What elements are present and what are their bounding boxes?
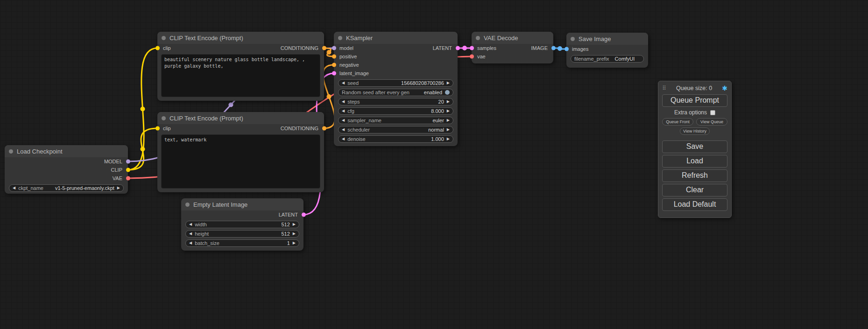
node-title-bar[interactable]: Save Image	[566, 33, 648, 45]
prev-value-icon[interactable]: ◀	[342, 119, 345, 122]
queue-front-button[interactable]: Queue Front	[662, 118, 693, 126]
denoise-widget[interactable]: ◀ denoise 1.000 ▶	[338, 135, 453, 143]
input-label-model: model	[339, 45, 353, 51]
slot-row: VAE	[5, 174, 128, 182]
port-vae-input[interactable]	[470, 55, 474, 59]
node-title-bar[interactable]: Empty Latent Image	[181, 198, 303, 210]
widget-label: seed	[347, 80, 359, 86]
node-title-bar[interactable]: CLIP Text Encode (Prompt)	[157, 32, 324, 44]
port-images-input[interactable]	[565, 47, 569, 51]
steps-widget[interactable]: ◀ steps 20 ▶	[338, 98, 453, 105]
port-positive-input[interactable]	[332, 55, 336, 59]
collapse-dot[interactable]	[162, 36, 166, 40]
port-latent-output[interactable]	[302, 213, 306, 217]
width-widget[interactable]: ◀ width 512 ▶	[185, 221, 299, 228]
seed-widget[interactable]: ◀ seed 156680208700286 ▶	[338, 79, 453, 87]
port-clip-output[interactable]	[126, 168, 130, 172]
port-negative-input[interactable]	[332, 63, 336, 67]
port-clip-input[interactable]	[155, 46, 160, 50]
decrement-icon[interactable]: ◀	[342, 100, 345, 104]
next-value-icon[interactable]: ▶	[447, 119, 450, 122]
node-title-bar[interactable]: VAE Decode	[472, 32, 553, 44]
increment-icon[interactable]: ▶	[293, 232, 296, 236]
next-value-icon[interactable]: ▶	[117, 186, 120, 190]
port-conditioning-output[interactable]	[322, 46, 326, 50]
cfg-widget[interactable]: ◀ cfg 8.000 ▶	[338, 107, 453, 115]
view-history-button[interactable]: View History	[680, 127, 710, 135]
port-model-output[interactable]	[126, 160, 130, 164]
node-title-bar[interactable]: KSampler	[334, 32, 458, 44]
port-clip-input[interactable]	[155, 126, 160, 131]
random-seed-toggle-widget[interactable]: Random seed after every gen enabled	[338, 89, 453, 96]
collapse-dot[interactable]	[338, 36, 342, 40]
ckpt-name-widget[interactable]: ◀ ckpt_name v1-5-pruned-emaonly.ckpt ▶	[9, 184, 124, 192]
node-empty-latent-image[interactable]: Empty Latent Image LATENT ◀ width 512 ▶ …	[181, 198, 303, 251]
extra-options-checkbox[interactable]	[710, 110, 715, 115]
port-latent-image-input[interactable]	[332, 71, 336, 76]
extra-options-label: Extra options	[674, 109, 707, 116]
decrement-icon[interactable]: ◀	[342, 81, 345, 85]
increment-icon[interactable]: ▶	[447, 109, 450, 113]
port-model-input[interactable]	[332, 46, 336, 50]
node-clip-text-encode-negative[interactable]: CLIP Text Encode (Prompt) clip CONDITION…	[157, 112, 324, 192]
height-widget[interactable]: ◀ height 512 ▶	[185, 230, 299, 238]
collapse-dot[interactable]	[185, 203, 190, 207]
increment-icon[interactable]: ▶	[293, 241, 296, 245]
negative-prompt-textarea[interactable]: text, watermark	[161, 134, 320, 189]
decrement-icon[interactable]: ◀	[342, 109, 345, 113]
node-title: Empty Latent Image	[193, 201, 247, 208]
node-clip-text-encode-positive[interactable]: CLIP Text Encode (Prompt) clip CONDITION…	[157, 32, 324, 101]
slot-row: vae	[472, 52, 553, 61]
node-title-bar[interactable]: CLIP Text Encode (Prompt)	[157, 112, 324, 124]
settings-gear-icon[interactable]: ✱	[722, 84, 727, 92]
increment-icon[interactable]: ▶	[447, 81, 450, 85]
scheduler-widget[interactable]: ◀ scheduler normal ▶	[338, 126, 453, 133]
output-label-image: IMAGE	[531, 45, 548, 51]
collapse-dot[interactable]	[571, 37, 575, 41]
node-save-image[interactable]: Save Image images filename_prefix ComfyU…	[566, 33, 648, 68]
drag-handle-icon[interactable]: ⠿	[662, 85, 666, 91]
prev-value-icon[interactable]: ◀	[342, 128, 345, 132]
node-vae-decode[interactable]: VAE Decode samples IMAGE vae	[472, 32, 553, 63]
load-button[interactable]: Load	[662, 155, 727, 168]
port-samples-input[interactable]	[470, 46, 474, 50]
sampler-name-widget[interactable]: ◀ sampler_name euler ▶	[338, 117, 453, 124]
input-label-samples: samples	[477, 45, 496, 51]
collapse-dot[interactable]	[9, 149, 13, 154]
decrement-icon[interactable]: ◀	[189, 232, 192, 236]
graph-canvas[interactable]: Load Checkpoint MODEL CLIP VAE ◀ ckpt_na…	[0, 0, 868, 329]
decrement-icon[interactable]: ◀	[189, 223, 192, 226]
output-label-clip: CLIP	[111, 167, 122, 173]
node-ksampler[interactable]: KSampler model LATENT positive negative …	[334, 32, 458, 146]
increment-icon[interactable]: ▶	[447, 100, 450, 104]
port-image-output[interactable]	[551, 46, 556, 50]
queue-prompt-button[interactable]: Queue Prompt	[662, 94, 727, 107]
save-button[interactable]: Save	[662, 140, 727, 153]
decrement-icon[interactable]: ◀	[189, 241, 192, 245]
batch-size-widget[interactable]: ◀ batch_size 1 ▶	[185, 239, 299, 247]
port-conditioning-output[interactable]	[322, 126, 326, 131]
node-load-checkpoint[interactable]: Load Checkpoint MODEL CLIP VAE ◀ ckpt_na…	[5, 145, 128, 194]
widget-value: normal	[428, 127, 444, 133]
view-queue-button[interactable]: View Queue	[696, 118, 727, 126]
toggle-indicator	[445, 90, 450, 95]
output-label-latent: LATENT	[279, 212, 298, 217]
collapse-dot[interactable]	[162, 116, 166, 120]
clear-button[interactable]: Clear	[662, 184, 727, 196]
next-value-icon[interactable]: ▶	[447, 128, 450, 132]
prev-value-icon[interactable]: ◀	[13, 186, 15, 190]
collapse-dot[interactable]	[476, 36, 480, 40]
positive-prompt-textarea[interactable]: beautiful scenery nature glass bottle la…	[161, 54, 320, 97]
refresh-button[interactable]: Refresh	[662, 169, 727, 182]
widget-label: sampler_name	[347, 118, 381, 123]
increment-icon[interactable]: ▶	[293, 223, 296, 226]
wire-midpoint-dot	[141, 107, 145, 112]
port-vae-output[interactable]	[126, 176, 130, 181]
load-default-button[interactable]: Load Default	[662, 198, 727, 211]
node-title-bar[interactable]: Load Checkpoint	[5, 145, 128, 157]
port-latent-output[interactable]	[456, 46, 460, 50]
decrement-icon[interactable]: ◀	[342, 137, 345, 141]
increment-icon[interactable]: ▶	[447, 137, 450, 141]
input-label-vae: vae	[477, 54, 486, 59]
filename-prefix-widget[interactable]: filename_prefix ComfyUI	[571, 55, 644, 63]
